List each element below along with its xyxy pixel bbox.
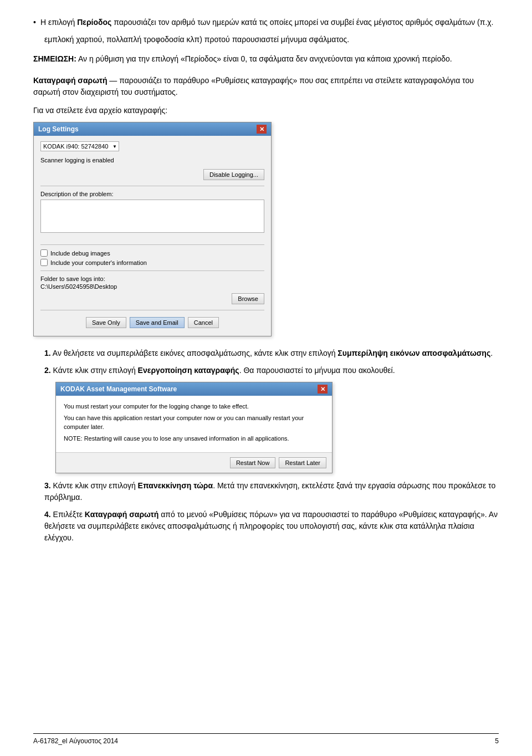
folder-path: C:\Users\50245958\Desktop	[40, 283, 264, 290]
dialog-title: Log Settings	[38, 125, 79, 133]
bold-periodos: Περίοδος	[77, 18, 111, 27]
dialog-titlebar: Log Settings ✕	[34, 122, 271, 136]
dialog-log-settings-wrapper: Log Settings ✕ KODAK i940: 52742840 Scan…	[33, 122, 499, 336]
checkbox-computer-label: Include your computer's information	[50, 259, 147, 266]
msg-line-2: You can have this application restart yo…	[64, 414, 324, 431]
item-number-4: 4.	[44, 510, 51, 519]
note-label: ΣΗΜΕΙΩΣΗ:	[33, 54, 76, 63]
bullet-text-1-cont: εμπλοκή χαρτιού, πολλαπλή τροφοδοσία κλπ…	[44, 34, 499, 45]
list-item-3: 3. Κάντε κλικ στην επιλογή Επανεκκίνηση …	[44, 480, 499, 503]
checkbox-debug-images[interactable]	[40, 249, 48, 257]
dialog-log-settings: Log Settings ✕ KODAK i940: 52742840 Scan…	[33, 122, 272, 336]
list-item-1: 1. Αν θελήσετε να συμπεριλάβετε εικόνες …	[44, 348, 499, 359]
msg-line-1: You must restart your computer for the l…	[64, 402, 324, 411]
dialog-body: KODAK i940: 52742840 Scanner logging is …	[34, 136, 271, 336]
msg-line-3: NOTE: Restarting will cause you to lose …	[64, 435, 324, 443]
restart-later-button[interactable]: Restart Later	[279, 457, 326, 468]
checkbox-row-2: Include your computer's information	[40, 259, 264, 266]
list-item-2: 2. Κάντε κλικ στην επιλογή Ενεργοποίηση …	[44, 365, 499, 376]
msg-dialog-close-button[interactable]: ✕	[318, 385, 328, 394]
disable-logging-button[interactable]: Disable Logging...	[203, 169, 264, 180]
note-block: ΣΗΜΕΙΩΣΗ: Αν η ρύθμιση για την επιλογή «…	[33, 53, 499, 65]
separator-2	[40, 244, 264, 245]
description-textarea[interactable]	[40, 200, 264, 233]
sub-intro: Για να στείλετε ένα αρχείο καταγραφής:	[33, 105, 499, 116]
device-select[interactable]: KODAK i940: 52742840	[40, 141, 119, 151]
save-and-email-button[interactable]: Save and Email	[130, 317, 185, 328]
dialog-close-button[interactable]: ✕	[257, 125, 267, 134]
item-4-bold: Καταγραφή σαρωτή	[85, 510, 158, 519]
device-select-row: KODAK i940: 52742840	[40, 141, 264, 151]
footer-right: 5	[495, 737, 499, 745]
device-select-wrapper[interactable]: KODAK i940: 52742840	[40, 141, 119, 151]
separator-4	[40, 310, 264, 310]
dialog-buttons-row: Save Only Save and Email Cancel	[40, 315, 264, 330]
section-heading: Καταγραφή σαρωτή — παρουσιάζει το παράθυ…	[33, 75, 499, 98]
browse-button[interactable]: Browse	[232, 293, 264, 304]
status-text: Scanner logging is enabled	[40, 157, 114, 164]
restart-now-button[interactable]: Restart Now	[230, 457, 276, 468]
folder-label: Folder to save logs into:	[40, 275, 264, 282]
list-item-4: 4. Επιλέξτε Καταγραφή σαρωτή από το μενο…	[44, 509, 499, 544]
dialog-kodak-wrapper: KODAK Asset Management Software ✕ You mu…	[55, 382, 499, 473]
msg-dialog-body: You must restart your computer for the l…	[56, 396, 332, 453]
save-only-button[interactable]: Save Only	[86, 317, 126, 328]
folder-browse-row: Browse	[40, 293, 264, 304]
checkbox-computer-info[interactable]	[40, 259, 48, 266]
item-1-bold: Συμπερίληψη εικόνων αποσφαλμάτωσης	[337, 349, 490, 357]
footer-left: A-61782_el Αύγουστος 2014	[33, 737, 118, 745]
cancel-button[interactable]: Cancel	[188, 317, 219, 328]
item-number-2: 2.	[44, 366, 51, 375]
item-2-bold: Ενεργοποίηση καταγραφής	[138, 366, 239, 375]
bullet-paragraph-1: • Η επιλογή Περίοδος παρουσιάζει τον αρι…	[33, 17, 499, 28]
separator-3	[40, 270, 264, 271]
checkbox-row-1: Include debug images	[40, 249, 264, 257]
bullet-char: •	[33, 17, 36, 28]
dialog-kodak-message: KODAK Asset Management Software ✕ You mu…	[55, 382, 332, 473]
separator-1	[40, 186, 264, 186]
item-3-bold: Επανεκκίνηση τώρα	[138, 481, 213, 490]
page-footer: A-61782_el Αύγουστος 2014 5	[33, 733, 499, 745]
section-bold: Καταγραφή σαρωτή	[33, 76, 107, 85]
item-number-1: 1.	[44, 349, 51, 357]
status-row: Scanner logging is enabled	[40, 157, 264, 164]
item-number-3: 3.	[44, 481, 51, 490]
bullet-text-1: Η επιλογή Περίοδος παρουσιάζει τον αριθμ…	[40, 17, 494, 28]
msg-dialog-title: KODAK Asset Management Software	[60, 385, 177, 393]
numbered-list: 1. Αν θελήσετε να συμπεριλάβετε εικόνες …	[44, 348, 499, 544]
msg-dialog-buttons: Restart Now Restart Later	[56, 453, 332, 473]
description-label: Description of the problem:	[40, 191, 264, 197]
checkbox-debug-label: Include debug images	[50, 250, 110, 257]
msg-dialog-titlebar: KODAK Asset Management Software ✕	[56, 382, 332, 396]
disable-btn-row: Disable Logging...	[40, 169, 264, 180]
